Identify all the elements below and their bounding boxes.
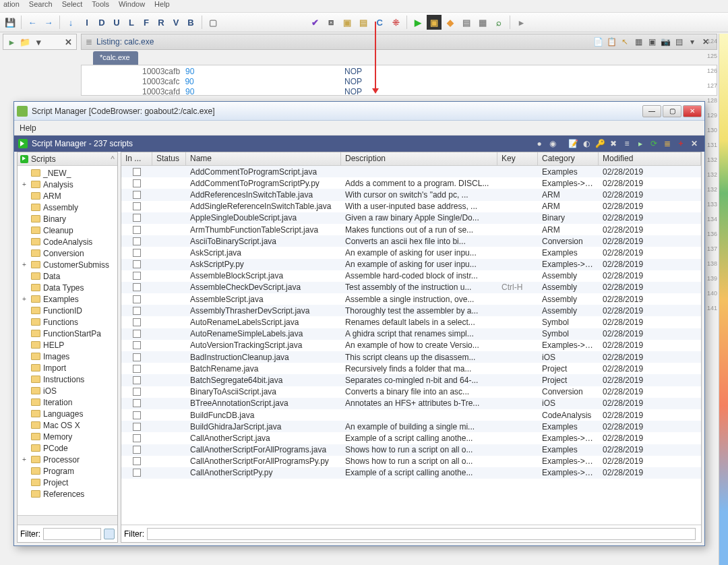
table-row[interactable]: AddCommentToProgramScriptPy.py Adds a co… xyxy=(121,177,701,189)
in-toolbar-checkbox[interactable] xyxy=(133,226,141,234)
toolbar-letter-B[interactable]: B xyxy=(183,15,198,30)
table-row[interactable]: AddSingleReferenceInSwitchTable.java Wit… xyxy=(121,201,701,212)
toolbar-last-icon[interactable]: ▸ xyxy=(514,15,528,30)
table-row[interactable]: BuildGhidraJarScript.java An example of … xyxy=(121,421,701,432)
in-toolbar-checkbox[interactable] xyxy=(133,341,141,349)
toolbar-unk1-icon[interactable]: ▢ xyxy=(206,15,220,30)
sm-dirs-icon[interactable]: ≣ xyxy=(661,138,673,150)
toolbar-back-icon[interactable]: ← xyxy=(25,15,40,30)
table-row[interactable]: AutoVersionTrackingScript.java An exampl… xyxy=(121,340,701,351)
toolbar-letter-L[interactable]: L xyxy=(124,15,139,30)
toolbar-search-icon[interactable]: ⌕ xyxy=(491,15,506,30)
overview-minimap[interactable] xyxy=(719,34,728,565)
sm-eclipse-icon[interactable]: ◐ xyxy=(580,138,593,150)
in-toolbar-checkbox[interactable] xyxy=(133,272,141,280)
table-row[interactable]: AssemblyThrasherDevScript.java Thoroughl… xyxy=(121,305,701,316)
category-tree[interactable]: _NEW_+AnalysisARMAssemblyBinaryCleanupCo… xyxy=(18,166,117,515)
in-toolbar-checkbox[interactable] xyxy=(133,307,141,315)
tree-item[interactable]: Data Types xyxy=(18,282,117,293)
in-toolbar-checkbox[interactable] xyxy=(133,330,141,338)
tree-item[interactable]: _NEW_ xyxy=(18,167,117,179)
col-key[interactable]: Key xyxy=(497,152,538,165)
toolbar-letter-F[interactable]: F xyxy=(139,15,154,30)
sm-new-icon[interactable]: ▸ xyxy=(634,138,646,150)
listing-diff-icon[interactable]: ▣ xyxy=(645,36,659,48)
tree-item[interactable]: Iteration xyxy=(18,396,117,408)
tree-item[interactable]: FunctionStartPa xyxy=(18,328,117,339)
in-toolbar-checkbox[interactable] xyxy=(133,365,141,373)
in-toolbar-checkbox[interactable] xyxy=(133,469,141,477)
tree-item[interactable]: FunctionID xyxy=(18,305,117,316)
in-toolbar-checkbox[interactable] xyxy=(133,411,141,419)
tree-item[interactable]: CodeAnalysis xyxy=(18,236,117,247)
toolbar-stop-icon[interactable]: ▣ xyxy=(427,15,442,30)
menu-select[interactable]: Select xyxy=(62,0,83,12)
project-add-icon[interactable]: ▸ xyxy=(5,36,18,48)
table-row[interactable]: BTreeAnnotationScript.java Annotates an … xyxy=(121,398,701,409)
tree-item[interactable]: Binary xyxy=(18,213,117,225)
project-menu-icon[interactable]: ▾ xyxy=(32,36,44,48)
toolbar-letter-I[interactable]: I xyxy=(80,15,94,30)
menu-tools[interactable]: Tools xyxy=(92,0,109,12)
table-row[interactable]: AskScript.java An example of asking for … xyxy=(121,247,701,258)
toolbar-check-icon[interactable]: ✔ xyxy=(307,15,322,30)
toolbar-fwd-icon[interactable]: → xyxy=(41,15,56,30)
in-toolbar-checkbox[interactable] xyxy=(133,318,141,326)
toolbar-letter-V[interactable]: V xyxy=(169,15,183,30)
toolbar-save-icon[interactable]: 💾 xyxy=(3,15,18,30)
table-row[interactable]: AssembleBlockScript.java Assemble hard-c… xyxy=(121,270,701,282)
in-toolbar-checkbox[interactable] xyxy=(133,446,141,454)
menu-help[interactable]: Help xyxy=(154,0,170,12)
tree-item[interactable]: Memory xyxy=(18,431,117,442)
project-open-icon[interactable]: 📁 xyxy=(19,36,31,48)
tree-h-scrollbar[interactable] xyxy=(18,515,117,525)
toolbar-flow-icon[interactable]: ⁜ xyxy=(388,15,403,30)
tree-item[interactable]: Languages xyxy=(18,408,117,419)
table-row[interactable]: AutoRenameSimpleLabels.java A ghidra scr… xyxy=(121,328,701,340)
listing-copy-icon[interactable]: 📄 xyxy=(591,36,605,48)
in-toolbar-checkbox[interactable] xyxy=(133,434,141,442)
project-close-icon[interactable]: ✕ xyxy=(62,36,74,48)
sm-edit-icon[interactable]: 📝 xyxy=(567,138,579,150)
listing-fields-icon[interactable]: ▦ xyxy=(632,36,645,48)
table-row[interactable]: ArmThumbFunctionTableScript.java Makes f… xyxy=(121,224,701,235)
table-row[interactable]: BuildFuncDB.java CodeAnalysis 02/28/2019 xyxy=(121,409,701,421)
tree-item[interactable]: Cleanup xyxy=(18,225,117,236)
sm-run-again-icon[interactable]: ◉ xyxy=(547,138,559,150)
toolbar-binary-icon[interactable]: ⧈ xyxy=(324,15,338,30)
tree-root-label[interactable]: Scripts xyxy=(31,154,56,164)
tree-item[interactable]: +Examples xyxy=(18,293,117,305)
toolbar-db-icon[interactable]: ▦ xyxy=(475,15,490,30)
toolbar-down-icon[interactable]: ↓ xyxy=(63,15,78,30)
help-menu[interactable]: Help xyxy=(20,123,36,133)
tree-item[interactable]: iOS xyxy=(18,385,117,396)
minimize-button[interactable]: — xyxy=(642,105,661,117)
table-row[interactable]: BatchSegregate64bit.java Separates co-mi… xyxy=(121,374,701,386)
in-toolbar-checkbox[interactable] xyxy=(133,168,141,176)
tree-item[interactable]: HELP xyxy=(18,339,117,351)
sm-rename-icon[interactable]: ≡ xyxy=(621,138,633,150)
listing-cursor-icon[interactable]: ↖ xyxy=(618,36,632,48)
listing-tab[interactable]: *calc.exe xyxy=(93,51,138,66)
col-status[interactable]: Status xyxy=(152,152,186,165)
sm-close-panel-icon[interactable]: ✕ xyxy=(688,138,700,150)
table-row[interactable]: AppleSingleDoubleScript.java Given a raw… xyxy=(121,212,701,224)
col-in-toolbar[interactable]: In ... xyxy=(121,152,152,165)
table-row[interactable]: CallAnotherScriptForAllProgramsPy.py Sho… xyxy=(121,456,701,467)
table-row[interactable]: BatchRename.java Recursively finds a fol… xyxy=(121,363,701,374)
tree-item[interactable]: Instructions xyxy=(18,374,117,385)
maximize-button[interactable]: ▢ xyxy=(663,105,681,117)
table-row[interactable]: AsciiToBinaryScript.java Converts an asc… xyxy=(121,235,701,247)
col-modified[interactable]: Modified xyxy=(599,152,701,165)
in-toolbar-checkbox[interactable] xyxy=(133,202,141,210)
tree-item[interactable]: Functions xyxy=(18,316,117,328)
menu-window[interactable]: Window xyxy=(119,0,145,12)
table-row[interactable]: AutoRenameLabelsScript.java Renames defa… xyxy=(121,316,701,328)
col-category[interactable]: Category xyxy=(538,152,599,165)
toolbar-letter-D[interactable]: D xyxy=(94,15,109,30)
toolbar-list-icon[interactable]: ▤ xyxy=(459,15,474,30)
sm-add-icon[interactable]: + xyxy=(675,138,687,150)
in-toolbar-checkbox[interactable] xyxy=(133,388,141,396)
in-toolbar-checkbox[interactable] xyxy=(133,260,141,268)
tree-item[interactable]: References xyxy=(18,488,117,500)
